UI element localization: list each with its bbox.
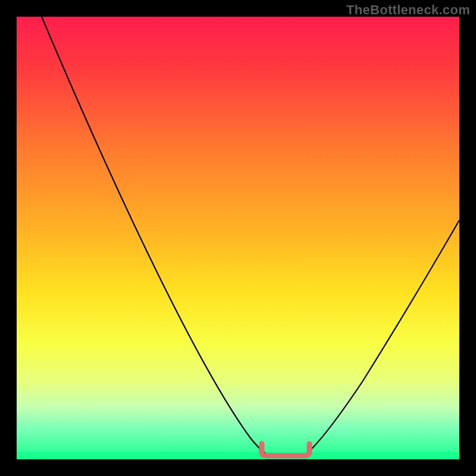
baseline-strip xyxy=(17,452,459,459)
bottleneck-chart xyxy=(0,0,476,476)
plot-background xyxy=(17,17,459,459)
chart-frame: TheBottleneck.com xyxy=(0,0,476,476)
watermark-text: TheBottleneck.com xyxy=(346,2,470,18)
